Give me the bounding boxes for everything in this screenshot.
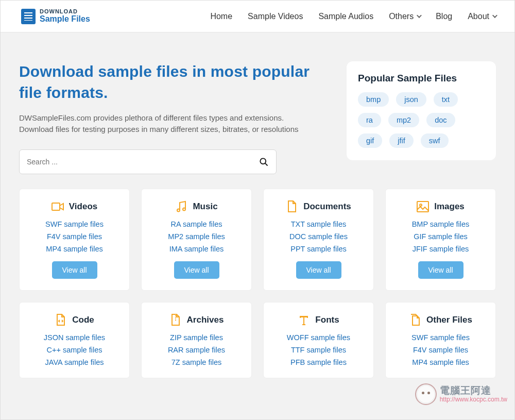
popular-sample-files-card: Popular Sample Files bmpjsontxtramp2docg… (347, 61, 496, 160)
sample-file-link[interactable]: SWF sample files (25, 220, 124, 228)
code-icon (55, 314, 67, 326)
sample-file-link[interactable]: ZIP sample files (147, 333, 246, 342)
nav-home[interactable]: Home (210, 12, 232, 21)
category-card-music: MusicRA sample filesMP2 sample filesIMA … (141, 189, 252, 291)
sample-file-link[interactable]: TTF sample files (269, 346, 368, 354)
sample-file-link[interactable]: JAVA sample files (25, 358, 124, 366)
popular-tag-swf[interactable]: swf (421, 133, 449, 148)
card-title: Archives (187, 315, 224, 325)
view-all-button[interactable]: View all (296, 261, 341, 279)
watermark-title: 電腦王阿達 (440, 385, 507, 396)
card-header: Other Files (391, 314, 490, 326)
view-all-button[interactable]: View all (52, 261, 97, 279)
sample-file-link[interactable]: RAR sample files (147, 346, 246, 354)
sample-file-link[interactable]: F4V sample files (391, 346, 490, 354)
document-icon (286, 200, 298, 213)
primary-nav: Home Sample Videos Sample Audios Others … (210, 12, 496, 21)
nav-blog[interactable]: Blog (436, 12, 452, 21)
card-link-list: SWF sample filesF4V sample filesMP4 samp… (25, 220, 124, 253)
sample-file-link[interactable]: BMP sample files (391, 220, 490, 228)
svg-rect-2 (52, 203, 60, 210)
sample-file-link[interactable]: F4V sample files (25, 232, 124, 241)
svg-point-0 (260, 158, 266, 164)
category-card-code: CodeJSON sample filesC++ sample filesJAV… (19, 302, 130, 378)
card-header: Music (147, 200, 246, 213)
search-box[interactable] (19, 149, 277, 174)
popular-tag-json[interactable]: json (396, 92, 426, 107)
category-card-images: ImagesBMP sample filesGIF sample filesJF… (385, 189, 496, 291)
card-header: Code (25, 314, 124, 326)
card-header: Videos (25, 200, 124, 213)
nav-others[interactable]: Others (389, 12, 420, 21)
card-link-list: WOFF sample filesTTF sample filesPFB sam… (269, 333, 368, 366)
card-title: Code (72, 315, 94, 325)
card-link-list: TXT sample filesDOC sample filesPPT samp… (269, 220, 368, 253)
popular-tag-bmp[interactable]: bmp (358, 92, 389, 107)
logo-text: DOWNLOAD Sample Files (40, 9, 90, 23)
sample-file-link[interactable]: DOC sample files (269, 232, 368, 241)
card-title: Fonts (315, 315, 339, 325)
svg-line-1 (265, 163, 268, 165)
image-icon (417, 200, 429, 213)
music-icon (175, 200, 187, 213)
sample-file-link[interactable]: MP2 sample files (147, 232, 246, 241)
category-card-other-files: Other FilesSWF sample filesF4V sample fi… (385, 302, 496, 378)
nav-about[interactable]: About (468, 12, 496, 21)
video-icon (52, 200, 64, 213)
sample-file-link[interactable]: GIF sample files (391, 232, 490, 241)
sample-file-link[interactable]: C++ sample files (25, 346, 124, 354)
popular-tag-mp2[interactable]: mp2 (388, 113, 419, 127)
page-subtitle: DWSampleFiles.com provides plethora of d… (19, 112, 307, 135)
nav-others-label: Others (389, 12, 414, 21)
popular-tag-doc[interactable]: doc (426, 113, 455, 127)
sample-file-link[interactable]: PPT sample files (269, 245, 368, 253)
card-title: Images (434, 201, 465, 212)
sample-file-link[interactable]: SWF sample files (391, 333, 490, 342)
popular-tag-ra[interactable]: ra (358, 113, 381, 127)
sample-file-link[interactable]: MP4 sample files (25, 245, 124, 253)
watermark: 電腦王阿達 http://www.kocpc.com.tw (415, 383, 507, 405)
logo-line2: Sample Files (40, 15, 90, 24)
nav-sample-videos[interactable]: Sample Videos (248, 12, 303, 21)
card-header: Images (391, 200, 490, 213)
card-header: Documents (269, 200, 368, 213)
sample-file-link[interactable]: JFIF sample files (391, 245, 490, 253)
svg-point-3 (177, 209, 180, 211)
category-grid: VideosSWF sample filesF4V sample filesMP… (1, 174, 514, 378)
nav-about-label: About (468, 12, 489, 21)
popular-tag-jfif[interactable]: jfif (389, 133, 414, 148)
sample-file-link[interactable]: TXT sample files (269, 220, 368, 228)
sample-file-link[interactable]: IMA sample files (147, 245, 246, 253)
nav-sample-audios[interactable]: Sample Audios (318, 12, 373, 21)
popular-tag-gif[interactable]: gif (358, 133, 382, 148)
svg-rect-5 (417, 201, 428, 212)
card-title: Videos (69, 201, 97, 212)
hero-section: Download sample files in most popular fi… (1, 32, 514, 174)
category-card-documents: DocumentsTXT sample filesDOC sample file… (263, 189, 374, 291)
card-header: Archives (147, 314, 246, 326)
view-all-button[interactable]: View all (418, 261, 464, 279)
search-input[interactable] (27, 158, 259, 166)
archive-icon (169, 314, 182, 326)
category-card-videos: VideosSWF sample filesF4V sample filesMP… (19, 189, 130, 291)
card-link-list: BMP sample filesGIF sample filesJFIF sam… (391, 220, 490, 253)
card-title: Other Files (426, 315, 472, 325)
sample-file-link[interactable]: 7Z sample files (147, 358, 246, 366)
card-title: Documents (303, 201, 351, 212)
popular-tag-txt[interactable]: txt (434, 92, 458, 107)
watermark-text: 電腦王阿達 http://www.kocpc.com.tw (440, 385, 507, 403)
chevron-down-icon (417, 13, 422, 18)
card-link-list: ZIP sample filesRAR sample files7Z sampl… (147, 333, 246, 366)
chevron-down-icon (492, 13, 497, 18)
hero-left: Download sample files in most popular fi… (19, 61, 331, 174)
sample-file-link[interactable]: JSON sample files (25, 333, 124, 342)
logo-icon (21, 9, 36, 24)
svg-point-4 (183, 208, 185, 210)
search-icon[interactable] (259, 157, 269, 167)
view-all-button[interactable]: View all (174, 261, 219, 279)
sample-file-link[interactable]: MP4 sample files (391, 358, 490, 366)
site-logo[interactable]: DOWNLOAD Sample Files (21, 9, 90, 24)
sample-file-link[interactable]: WOFF sample files (269, 333, 368, 342)
sample-file-link[interactable]: PFB sample files (269, 358, 368, 366)
sample-file-link[interactable]: RA sample files (147, 220, 246, 228)
